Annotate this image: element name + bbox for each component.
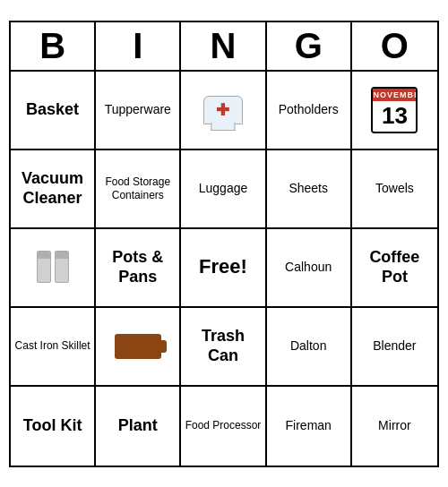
letter-g: G [267, 22, 352, 72]
cell-blender: Blender [352, 308, 437, 387]
cutting-board-icon [115, 334, 161, 359]
cell-luggage: Luggage [181, 150, 266, 229]
cell-free: Free! [181, 229, 266, 308]
medical-hat-icon: ✚ [203, 96, 243, 124]
bingo-card: B I N G O Basket Tupperware ✚ Potholders… [9, 21, 439, 467]
cell-pots-pans: Pots & Pans [96, 229, 181, 308]
cell-tupperware: Tupperware [96, 72, 181, 150]
cell-cutting-board [96, 308, 181, 387]
cell-mirror: Mirror [352, 387, 437, 466]
cell-food-storage: Food Storage Containers [96, 150, 181, 229]
cell-food-processor: Food Processor [181, 387, 266, 466]
cell-fireman: Fireman [267, 387, 352, 466]
cell-cast-iron: Cast Iron Skillet [11, 308, 96, 387]
cell-dalton: Dalton [267, 308, 352, 387]
cell-towel-graphic [11, 229, 96, 308]
towel-2 [55, 251, 69, 283]
calendar-icon: NOVEMBER 13 [371, 87, 418, 133]
cell-sheets: Sheets [267, 150, 352, 229]
cell-trash-can: Trash Can [181, 308, 266, 387]
cell-medical: ✚ [181, 72, 266, 150]
towel-1 [37, 251, 51, 283]
cell-basket: Basket [11, 72, 96, 150]
letter-i: I [96, 22, 181, 72]
cell-towels: Towels [352, 150, 437, 229]
letter-b: B [11, 22, 96, 72]
cell-tool-kit: Tool Kit [11, 387, 96, 466]
cell-potholders: Potholders [267, 72, 352, 150]
cell-plant: Plant [96, 387, 181, 466]
towel-icon [37, 251, 69, 283]
cell-calhoun: Calhoun [267, 229, 352, 308]
cell-calendar: NOVEMBER 13 [352, 72, 437, 150]
letter-o: O [352, 22, 437, 72]
cell-coffee-pot: Coffee Pot [352, 229, 437, 308]
bingo-header: B I N G O [11, 22, 437, 72]
calendar-day: 13 [373, 101, 416, 132]
letter-n: N [181, 22, 266, 72]
cross-icon: ✚ [216, 100, 229, 120]
cell-vacuum: Vacuum Cleaner [11, 150, 96, 229]
calendar-month: NOVEMBER [373, 89, 416, 101]
bingo-grid: Basket Tupperware ✚ Potholders NOVEMBER … [11, 72, 437, 466]
